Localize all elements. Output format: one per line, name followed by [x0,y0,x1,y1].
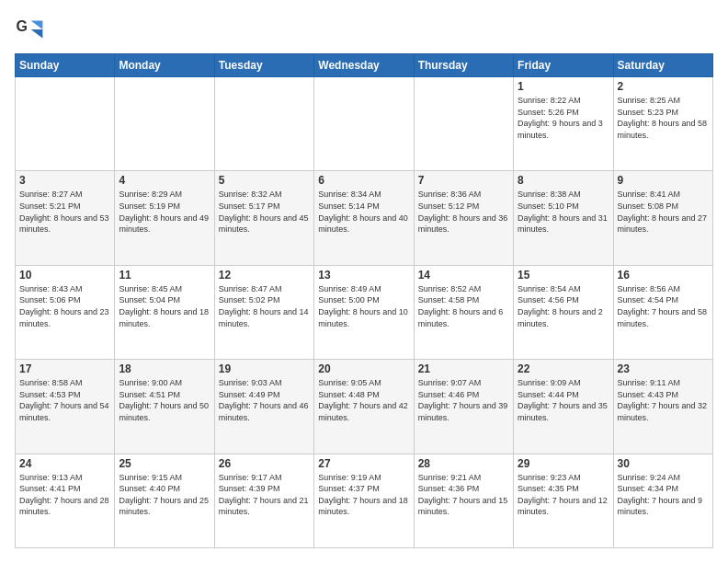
day-header-wednesday: Wednesday [314,54,414,77]
day-header-sunday: Sunday [16,54,115,77]
calendar-cell [16,77,115,171]
calendar-cell: 27Sunrise: 9:19 AM Sunset: 4:37 PM Dayli… [314,454,414,547]
calendar-cell: 20Sunrise: 9:05 AM Sunset: 4:48 PM Dayli… [314,360,414,454]
calendar-cell: 25Sunrise: 9:15 AM Sunset: 4:40 PM Dayli… [115,454,214,547]
day-number: 30 [618,457,709,470]
calendar-cell: 8Sunrise: 8:38 AM Sunset: 5:10 PM Daylig… [514,171,613,265]
calendar-cell: 2Sunrise: 8:25 AM Sunset: 5:23 PM Daylig… [613,77,712,171]
calendar-cell: 21Sunrise: 9:07 AM Sunset: 4:46 PM Dayli… [414,360,513,454]
day-number: 26 [219,457,310,470]
day-number: 10 [19,269,110,282]
calendar-cell: 3Sunrise: 8:27 AM Sunset: 5:21 PM Daylig… [16,171,115,265]
day-info: Sunrise: 9:07 AM Sunset: 4:46 PM Dayligh… [418,377,509,423]
day-info: Sunrise: 9:00 AM Sunset: 4:51 PM Dayligh… [119,377,210,423]
day-header-thursday: Thursday [414,54,513,77]
calendar-cell: 10Sunrise: 8:43 AM Sunset: 5:06 PM Dayli… [16,265,115,359]
calendar-cell: 28Sunrise: 9:21 AM Sunset: 4:36 PM Dayli… [414,454,513,547]
calendar-cell: 29Sunrise: 9:23 AM Sunset: 4:35 PM Dayli… [514,454,613,547]
day-number: 1 [518,80,609,93]
day-info: Sunrise: 9:23 AM Sunset: 4:35 PM Dayligh… [518,472,609,518]
day-number: 17 [19,362,110,375]
day-info: Sunrise: 9:05 AM Sunset: 4:48 PM Dayligh… [318,377,409,423]
day-info: Sunrise: 8:32 AM Sunset: 5:17 PM Dayligh… [219,189,310,235]
day-info: Sunrise: 8:58 AM Sunset: 4:53 PM Dayligh… [19,377,110,423]
calendar-cell: 5Sunrise: 8:32 AM Sunset: 5:17 PM Daylig… [214,171,313,265]
day-info: Sunrise: 8:43 AM Sunset: 5:06 PM Dayligh… [19,283,110,329]
page: G SundayMondayTuesdayWednesdayThursdayFr… [0,0,728,563]
day-number: 2 [618,80,709,93]
day-number: 14 [418,269,509,282]
day-info: Sunrise: 9:24 AM Sunset: 4:34 PM Dayligh… [618,472,709,518]
day-info: Sunrise: 8:25 AM Sunset: 5:23 PM Dayligh… [618,95,709,141]
day-info: Sunrise: 8:34 AM Sunset: 5:14 PM Dayligh… [318,189,409,235]
day-number: 25 [119,457,210,470]
day-info: Sunrise: 8:29 AM Sunset: 5:19 PM Dayligh… [119,189,210,235]
day-number: 23 [618,362,709,375]
day-number: 5 [219,174,310,187]
calendar-cell [214,77,313,171]
day-info: Sunrise: 9:15 AM Sunset: 4:40 PM Dayligh… [119,472,210,518]
day-number: 9 [618,174,709,187]
day-number: 24 [19,457,110,470]
day-info: Sunrise: 8:47 AM Sunset: 5:02 PM Dayligh… [219,283,310,329]
calendar-cell: 14Sunrise: 8:52 AM Sunset: 4:58 PM Dayli… [414,265,513,359]
day-number: 7 [418,174,509,187]
day-header-monday: Monday [115,54,214,77]
day-number: 28 [418,457,509,470]
day-number: 13 [318,269,409,282]
calendar-cell: 13Sunrise: 8:49 AM Sunset: 5:00 PM Dayli… [314,265,414,359]
calendar-cell: 17Sunrise: 8:58 AM Sunset: 4:53 PM Dayli… [16,360,115,454]
day-number: 19 [219,362,310,375]
day-number: 27 [318,457,409,470]
calendar-cell: 1Sunrise: 8:22 AM Sunset: 5:26 PM Daylig… [514,77,613,171]
day-number: 6 [318,174,409,187]
calendar-cell: 11Sunrise: 8:45 AM Sunset: 5:04 PM Dayli… [115,265,214,359]
day-number: 29 [518,457,609,470]
calendar-cell: 7Sunrise: 8:36 AM Sunset: 5:12 PM Daylig… [414,171,513,265]
day-number: 22 [518,362,609,375]
svg-marker-2 [31,29,43,39]
day-number: 11 [119,269,210,282]
week-row-1: 3Sunrise: 8:27 AM Sunset: 5:21 PM Daylig… [16,171,713,265]
day-number: 8 [518,174,609,187]
day-info: Sunrise: 8:52 AM Sunset: 4:58 PM Dayligh… [418,283,509,329]
day-header-friday: Friday [514,54,613,77]
day-info: Sunrise: 8:54 AM Sunset: 4:56 PM Dayligh… [518,283,609,329]
day-info: Sunrise: 9:17 AM Sunset: 4:39 PM Dayligh… [219,472,310,518]
day-number: 18 [119,362,210,375]
day-info: Sunrise: 8:49 AM Sunset: 5:00 PM Dayligh… [318,283,409,329]
logo-icon: G [15,15,44,44]
day-info: Sunrise: 8:45 AM Sunset: 5:04 PM Dayligh… [119,283,210,329]
calendar-cell [414,77,513,171]
calendar-cell: 26Sunrise: 9:17 AM Sunset: 4:39 PM Dayli… [214,454,313,547]
day-info: Sunrise: 9:19 AM Sunset: 4:37 PM Dayligh… [318,472,409,518]
week-row-0: 1Sunrise: 8:22 AM Sunset: 5:26 PM Daylig… [16,77,713,171]
day-info: Sunrise: 8:41 AM Sunset: 5:08 PM Dayligh… [618,189,709,235]
day-number: 21 [418,362,509,375]
day-info: Sunrise: 9:11 AM Sunset: 4:43 PM Dayligh… [618,377,709,423]
calendar-cell [314,77,414,171]
day-number: 3 [19,174,110,187]
day-info: Sunrise: 8:22 AM Sunset: 5:26 PM Dayligh… [518,95,609,141]
week-row-4: 24Sunrise: 9:13 AM Sunset: 4:41 PM Dayli… [16,454,713,547]
day-header-tuesday: Tuesday [214,54,313,77]
day-info: Sunrise: 9:13 AM Sunset: 4:41 PM Dayligh… [19,472,110,518]
calendar-cell: 18Sunrise: 9:00 AM Sunset: 4:51 PM Dayli… [115,360,214,454]
day-header-saturday: Saturday [613,54,712,77]
day-number: 12 [219,269,310,282]
calendar-cell: 30Sunrise: 9:24 AM Sunset: 4:34 PM Dayli… [613,454,712,547]
day-number: 20 [318,362,409,375]
calendar-table: SundayMondayTuesdayWednesdayThursdayFrid… [15,53,713,548]
svg-text:G: G [17,18,28,34]
calendar-header-row: SundayMondayTuesdayWednesdayThursdayFrid… [16,54,713,77]
calendar-cell: 19Sunrise: 9:03 AM Sunset: 4:49 PM Dayli… [214,360,313,454]
day-info: Sunrise: 9:03 AM Sunset: 4:49 PM Dayligh… [219,377,310,423]
calendar-cell: 12Sunrise: 8:47 AM Sunset: 5:02 PM Dayli… [214,265,313,359]
calendar-cell: 23Sunrise: 9:11 AM Sunset: 4:43 PM Dayli… [613,360,712,454]
calendar-cell: 4Sunrise: 8:29 AM Sunset: 5:19 PM Daylig… [115,171,214,265]
day-info: Sunrise: 9:09 AM Sunset: 4:44 PM Dayligh… [518,377,609,423]
svg-marker-1 [31,20,43,29]
calendar-cell [115,77,214,171]
calendar-cell: 16Sunrise: 8:56 AM Sunset: 4:54 PM Dayli… [613,265,712,359]
day-number: 4 [119,174,210,187]
